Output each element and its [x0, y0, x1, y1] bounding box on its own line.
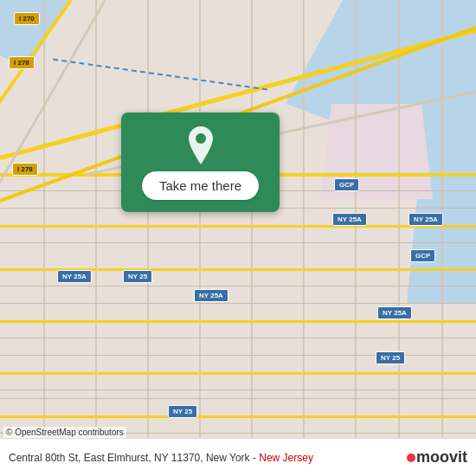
road — [43, 0, 45, 476]
moovit-brand-text: moovit — [416, 448, 467, 466]
shield-label: GCP — [334, 178, 359, 191]
highway-shield-i270: I 270 — [14, 12, 40, 25]
shield-label: NY 25A — [408, 213, 443, 226]
road — [0, 389, 476, 390]
shield-label: NY 25A — [57, 270, 92, 283]
shield-label: GCP — [410, 249, 435, 262]
road — [199, 0, 201, 476]
moovit-logo: moovit — [407, 448, 467, 466]
road — [0, 415, 476, 418]
highway-shield-ny25-mid: NY 25 — [123, 270, 152, 283]
road — [0, 303, 476, 304]
shield-label: NY 25 — [376, 351, 405, 364]
map-background: I 270 I 278 I 278 GCP GCP GCP NY 25A NY … — [0, 0, 476, 476]
highway-shield-ny25a-3: NY 25A — [377, 306, 412, 319]
shield-label: NY 25 — [168, 405, 197, 418]
location-pin-icon — [185, 126, 216, 164]
shield-label: I 278 — [12, 163, 38, 176]
attribution-text: © OpenStreetMap contributors — [6, 428, 124, 437]
shield-label: I 278 — [9, 56, 35, 69]
highway-shield-i278-top: I 278 — [9, 56, 35, 69]
shield-label: I 270 — [14, 12, 40, 25]
road — [0, 338, 476, 338]
address-state: New Jersey — [256, 452, 313, 464]
highway-shield-ny25-btm: NY 25 — [168, 405, 197, 418]
action-button-container: Take me there — [121, 113, 280, 212]
shield-label: NY 25A — [194, 289, 228, 302]
highway-shield-i278-mid: I 278 — [12, 163, 38, 176]
highway-shield-ny25-4: NY 25 — [376, 351, 405, 364]
road — [303, 0, 305, 476]
road — [398, 0, 400, 476]
shield-label: NY 25A — [332, 213, 367, 226]
address-main: Central 80th St, East Elmhurst, NY 11370… — [9, 452, 256, 464]
moovit-dot — [407, 453, 415, 462]
road — [0, 286, 476, 286]
road — [0, 242, 476, 243]
water-route-line — [53, 59, 267, 91]
footer-address: Central 80th St, East Elmhurst, NY 11370… — [9, 452, 407, 464]
road — [95, 0, 97, 476]
highway-shield-ny25a-2: NY 25A — [408, 213, 443, 226]
road — [0, 398, 476, 399]
highway-shield-gcp3: GCP — [410, 249, 435, 262]
highway-shield-gcp2: GCP — [334, 178, 359, 191]
svg-point-0 — [196, 133, 206, 144]
take-me-there-button[interactable]: Take me there — [142, 171, 259, 200]
action-overlay: Take me there — [121, 113, 280, 212]
road — [251, 0, 253, 476]
highway-shield-ny25a-mid: NY 25A — [194, 289, 228, 302]
shield-label: NY 25A — [377, 306, 412, 319]
map-attribution: © OpenStreetMap contributors — [3, 427, 126, 438]
road — [441, 0, 443, 476]
highway-shield-ny25a-1: NY 25A — [332, 213, 367, 226]
map-container: I 270 I 278 I 278 GCP GCP GCP NY 25A NY … — [0, 0, 476, 476]
road — [0, 320, 476, 323]
road — [0, 372, 476, 375]
road — [0, 225, 476, 228]
highway-shield-ny25a-left: NY 25A — [57, 270, 92, 283]
shield-label: NY 25 — [123, 270, 152, 283]
footer-bar: Central 80th St, East Elmhurst, NY 11370… — [0, 438, 476, 476]
